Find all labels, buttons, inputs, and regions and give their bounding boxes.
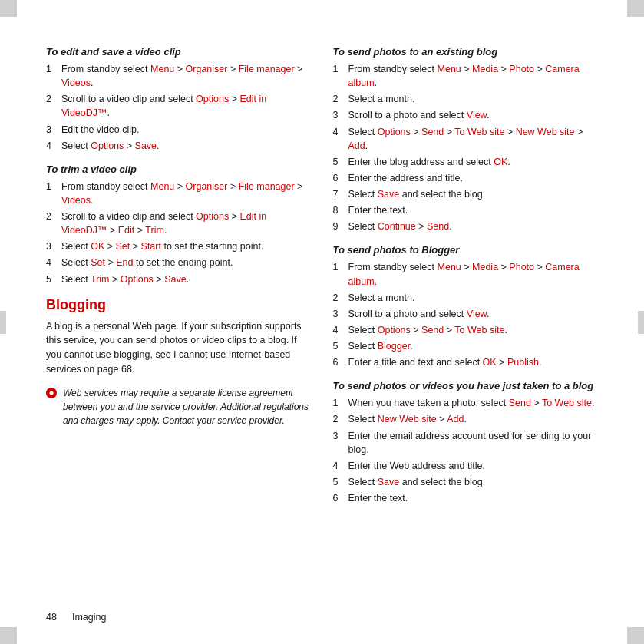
step-num: 2: [46, 210, 58, 237]
step-num: 4: [46, 139, 58, 153]
link-menu: Menu: [150, 64, 174, 74]
step-num: 6: [333, 355, 345, 369]
corner-mark-br: [627, 627, 644, 644]
link-save: Save: [135, 140, 157, 151]
section-trim: To trim a video clip 1 From standby sele…: [46, 163, 312, 286]
link-end: End: [116, 257, 133, 268]
step-num: 4: [333, 323, 345, 337]
link-publish: Publish: [507, 357, 539, 368]
step-item: 6 Enter the address and title.: [333, 171, 599, 185]
link-send: Send: [427, 221, 449, 232]
step-item: 5 Select Blogger.: [333, 339, 599, 353]
link-media: Media: [472, 64, 498, 74]
step-text: Scroll to a photo and select View.: [348, 307, 599, 321]
link-photo: Photo: [509, 64, 534, 74]
link-add: Add: [447, 414, 464, 424]
steps-edit-save: 1 From standby select Menu > Organiser >…: [46, 62, 312, 153]
side-mark-left: [0, 311, 6, 334]
step-item: 2 Select New Web site > Add.: [333, 412, 599, 426]
link-menu: Menu: [150, 181, 174, 192]
link-media: Media: [472, 262, 498, 272]
section-edit-save: To edit and save a video clip 1 From sta…: [46, 46, 312, 153]
step-num: 1: [46, 62, 58, 90]
steps-send-blogger: 1 From standby select Menu > Media > Pho…: [333, 260, 599, 369]
step-item: 2 Select a month.: [333, 92, 599, 106]
link-send: Send: [509, 398, 531, 408]
step-num: 3: [46, 239, 58, 253]
step-num: 8: [333, 203, 345, 217]
page-footer: 48 Imaging: [46, 612, 106, 623]
link-save: Save: [378, 189, 400, 200]
step-text: Select New Web site > Add.: [348, 412, 599, 426]
step-num: 9: [333, 220, 345, 233]
link-trim: Trim: [91, 274, 110, 285]
step-item: 1 When you have taken a photo, select Se…: [333, 396, 599, 410]
page-number: 48: [46, 612, 57, 623]
link-options: Options: [91, 140, 124, 151]
link-videos: Videos: [61, 195, 91, 206]
step-num: 1: [333, 260, 345, 288]
step-text: Select Blogger.: [348, 339, 599, 353]
link-cameraalbum: Camera album: [348, 262, 580, 286]
link-save: Save: [164, 274, 187, 285]
section-send-just-taken: To send photos or videos you have just t…: [333, 380, 599, 505]
step-num: 3: [46, 123, 58, 137]
corner-mark-tl: [0, 0, 17, 17]
step-item: 3 Scroll to a photo and select View.: [333, 108, 599, 122]
step-num: 6: [333, 491, 345, 505]
step-num: 2: [333, 92, 345, 106]
blogging-description: A blog is a personal Web page. If your s…: [46, 319, 312, 377]
section-title-edit-save: To edit and save a video clip: [46, 46, 312, 58]
link-options: Options: [196, 94, 229, 104]
steps-trim: 1 From standby select Menu > Organiser >…: [46, 180, 312, 286]
section-send-blogger: To send photos to Blogger 1 From standby…: [333, 244, 599, 369]
section-send-existing: To send photos to an existing blog 1 Fro…: [333, 46, 599, 233]
step-text: From standby select Menu > Media > Photo…: [348, 260, 599, 288]
step-num: 2: [46, 92, 58, 120]
link-trim: Trim: [145, 225, 164, 236]
step-text: Select Options > Save.: [61, 139, 312, 153]
link-set: Set: [91, 257, 105, 268]
link-to-web-site: To Web site: [454, 127, 504, 137]
step-num: 3: [333, 429, 345, 457]
step-text: Enter the text.: [348, 203, 599, 217]
corner-mark-tr: [627, 0, 644, 17]
step-item: 2 Scroll to a video clip and select Opti…: [46, 210, 312, 237]
step-num: 5: [333, 339, 345, 353]
link-options: Options: [378, 325, 411, 335]
step-item: 5 Select Save and select the blog.: [333, 475, 599, 489]
step-item: 6 Enter a title and text and select OK >…: [333, 355, 599, 369]
step-text: Select Continue > Send.: [348, 220, 599, 233]
step-text: Select Options > Send > To Web site.: [348, 323, 599, 337]
link-filemanager: File manager: [239, 181, 295, 192]
step-item: 4 Select Options > Send > To Web site > …: [333, 125, 599, 153]
steps-send-existing: 1 From standby select Menu > Media > Pho…: [333, 62, 599, 233]
step-text: From standby select Menu > Media > Photo…: [348, 62, 599, 90]
step-num: 2: [333, 291, 345, 305]
link-view: View: [467, 110, 487, 121]
step-item: 4 Select Set > End to set the ending poi…: [46, 256, 312, 269]
step-text: Select OK > Set > Start to set the start…: [61, 239, 312, 253]
section-title-send-existing: To send photos to an existing blog: [333, 46, 599, 58]
link-options: Options: [378, 127, 411, 137]
step-num: 5: [333, 155, 345, 169]
note-text: Web services may require a separate lice…: [63, 386, 312, 428]
link-to-web-site: To Web site: [542, 398, 592, 408]
step-item: 1 From standby select Menu > Organiser >…: [46, 62, 312, 90]
section-title-send-just-taken: To send photos or videos you have just t…: [333, 380, 599, 391]
link-menu: Menu: [438, 262, 461, 272]
step-num: 2: [333, 412, 345, 426]
blogging-section: Blogging A blog is a personal Web page. …: [46, 297, 312, 428]
step-item: 3 Scroll to a photo and select View.: [333, 307, 599, 321]
step-text: Select a month.: [348, 291, 599, 305]
link-videos: Videos: [61, 78, 91, 88]
page-container: To edit and save a video clip 1 From sta…: [0, 0, 644, 644]
link-continue: Continue: [378, 221, 416, 232]
step-num: 4: [333, 125, 345, 153]
link-photo: Photo: [509, 262, 534, 272]
step-text: Enter the address and title.: [348, 171, 599, 185]
link-editvideodjTM: Edit in VideoDJ™: [61, 94, 266, 118]
step-item: 1 From standby select Menu > Media > Pho…: [333, 260, 599, 288]
step-item: 4 Select Options > Save.: [46, 139, 312, 153]
link-send: Send: [421, 325, 444, 335]
